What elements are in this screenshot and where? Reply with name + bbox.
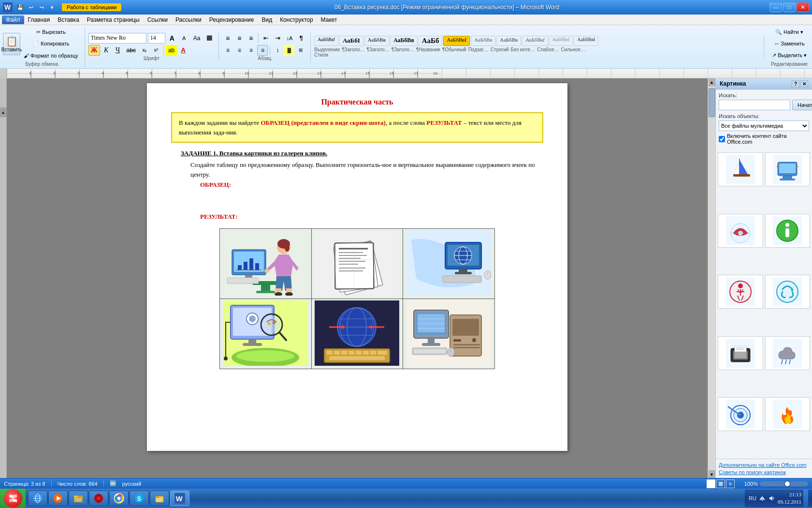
strikethrough-btn[interactable]: abc <box>124 45 138 56</box>
clip-item-4[interactable] <box>765 214 811 248</box>
tray-network[interactable] <box>758 494 766 502</box>
clip-item-5[interactable] <box>718 275 763 309</box>
cut-btn[interactable]: ✂ Вырезать <box>21 27 81 38</box>
sort-btn[interactable]: ↕A <box>284 33 295 44</box>
customize-qa-btn[interactable]: ▾ <box>47 2 57 12</box>
style-item-6[interactable]: АаБбВв <box>471 36 495 46</box>
clip-item-8[interactable] <box>765 336 811 370</box>
maximize-btn[interactable]: □ <box>783 2 796 12</box>
show-para-btn[interactable]: ¶ <box>296 33 306 44</box>
taskbar-ie[interactable] <box>28 491 47 506</box>
italic-btn[interactable]: К <box>101 45 112 56</box>
copy-btn[interactable]: 📄 Копировать <box>21 39 81 49</box>
sidebar-help-btn[interactable]: ? <box>792 80 799 87</box>
multilevel-btn[interactable]: ≡ <box>246 33 256 44</box>
highlight-btn[interactable]: ab <box>166 45 177 56</box>
clip-item-6[interactable] <box>765 275 811 309</box>
font-name-selector[interactable]: Times New Ro <box>88 33 146 44</box>
view-full-btn[interactable]: ▦ <box>716 479 725 488</box>
minimize-btn[interactable]: — <box>769 2 782 12</box>
menu-home[interactable]: Главная <box>24 15 54 24</box>
font-size-selector[interactable]: 14 <box>148 33 165 44</box>
taskbar-opera[interactable] <box>89 491 108 506</box>
save-qa-btn[interactable]: 💾 <box>15 2 25 12</box>
clip-item-3[interactable] <box>718 214 763 248</box>
style-item-8[interactable]: АаБбВвI <box>522 36 548 46</box>
replace-btn[interactable]: ↔ Заменить <box>769 38 809 49</box>
tray-volume[interactable] <box>768 494 776 502</box>
bullets-btn[interactable]: ≡ <box>222 33 233 44</box>
increase-indent-btn[interactable]: ⇥ <box>272 33 283 44</box>
scroll-thumb[interactable] <box>709 88 715 117</box>
taskbar-word[interactable]: W <box>170 491 189 506</box>
line-spacing-btn[interactable]: ↕ <box>272 45 283 56</box>
borders-btn[interactable]: ⊞ <box>295 45 306 56</box>
superscript-btn[interactable]: x² <box>151 45 161 56</box>
document-scroll-area[interactable]: Практическая часть В каждом задании вы н… <box>7 78 708 478</box>
view-read-btn[interactable]: ≡ <box>726 479 735 488</box>
bold-btn[interactable]: Ж <box>88 45 100 56</box>
objects-select[interactable]: Все файлы мультимедиа <box>719 120 809 131</box>
menu-insert[interactable]: Вставка <box>54 15 83 24</box>
redo-qa-btn[interactable]: ↪ <box>37 2 46 12</box>
view-normal-btn[interactable]: □ <box>707 479 715 488</box>
office-checkbox[interactable] <box>719 136 725 142</box>
sidebar-close-btn[interactable]: ✕ <box>800 80 808 87</box>
style-item-2[interactable]: АаБбВв <box>364 36 389 46</box>
font-color-btn[interactable]: A <box>178 45 188 56</box>
scroll-down-btn[interactable]: ▼ <box>709 470 715 478</box>
clip-item-7[interactable] <box>718 336 763 370</box>
format-painter-btn[interactable]: 🖌 Формат по образцу <box>21 50 81 61</box>
align-justify-btn[interactable]: ≡ <box>257 45 268 56</box>
undo-qa-btn[interactable]: ↩ <box>26 2 36 12</box>
vertical-scrollbar[interactable]: ▲ ▼ <box>708 78 715 478</box>
menu-page-layout[interactable]: Разметка страницы <box>83 15 144 24</box>
show-desktop-btn[interactable] <box>803 490 808 507</box>
left-scroll-top[interactable]: ▲ <box>0 107 7 117</box>
search-input[interactable] <box>719 100 790 110</box>
shading-btn[interactable]: ▓ <box>284 45 294 56</box>
underline-btn[interactable]: Ч <box>113 45 123 56</box>
menu-view[interactable]: Вид <box>258 15 276 24</box>
clip-item-9[interactable] <box>718 397 763 431</box>
subscript-btn[interactable]: x₂ <box>139 45 150 56</box>
clear-format-btn[interactable]: Aa <box>191 33 203 44</box>
paste-btn[interactable]: 📋 Вставить <box>3 33 20 55</box>
clip-item-10[interactable] <box>765 397 811 431</box>
decrease-indent-btn[interactable]: ⇤ <box>261 33 271 44</box>
grow-font-btn[interactable]: A <box>167 33 177 44</box>
align-center-btn[interactable]: ≡ <box>234 45 245 56</box>
close-btn[interactable]: ✕ <box>797 2 809 12</box>
font-dialog-btn[interactable]: ⬛ <box>204 33 215 44</box>
align-right-btn[interactable]: ≡ <box>246 45 256 56</box>
style-item-7[interactable]: АаБбВв <box>496 36 521 46</box>
style-item-5[interactable]: АаБбВвI <box>443 36 470 46</box>
style-item-1[interactable]: АаБбI <box>339 36 363 46</box>
tray-lang[interactable]: RU <box>749 494 756 502</box>
find-btn[interactable]: 🔍 Найти ▾ <box>769 27 809 37</box>
clip-item-1[interactable] <box>718 152 763 186</box>
menu-mailings[interactable]: Рассылки <box>172 15 205 24</box>
style-item-9[interactable]: АаБбВвI <box>549 36 573 46</box>
style-item-0[interactable]: АаБбВвI <box>314 36 338 46</box>
style-item-4[interactable]: АаБб <box>419 36 443 46</box>
select-btn[interactable]: ↗ Выделить ▾ <box>769 50 809 60</box>
zoom-slider[interactable] <box>760 481 808 486</box>
taskbar-chrome[interactable] <box>109 491 129 506</box>
start-button[interactable] <box>0 489 26 508</box>
search-btn[interactable]: Начать <box>792 100 812 110</box>
style-item-3[interactable]: АаБбВв <box>390 36 418 46</box>
taskbar-skype[interactable]: S <box>130 491 149 506</box>
taskbar-explorer[interactable] <box>69 491 88 506</box>
tips-link[interactable]: Советы по поиску картинок <box>719 469 809 475</box>
taskbar-files[interactable] <box>150 491 169 506</box>
style-item-10[interactable]: АаБбВвI <box>574 36 598 46</box>
menu-file[interactable]: Файл <box>2 15 24 24</box>
scroll-up-btn[interactable]: ▲ <box>709 78 715 86</box>
menu-review[interactable]: Рецензирование <box>205 15 258 24</box>
office-link[interactable]: Дополнительно на сайте Office.com <box>719 462 809 468</box>
taskbar-media[interactable] <box>48 491 68 506</box>
clip-item-2[interactable]: ← → <box>765 152 811 186</box>
align-left-btn[interactable]: ≡ <box>222 45 233 56</box>
zoom-thumb[interactable] <box>784 480 791 487</box>
